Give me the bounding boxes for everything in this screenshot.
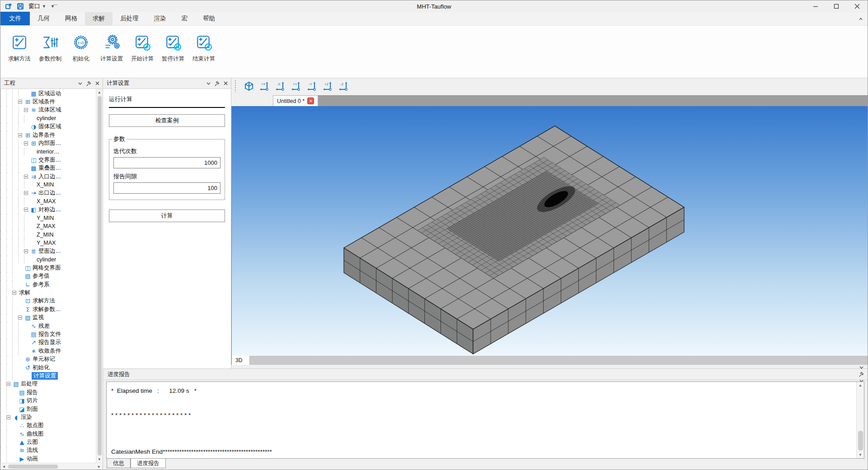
tree-item-render[interactable]: ◖渲染 (0, 413, 96, 421)
log-vertical-scrollbar[interactable]: ▲ ▼ (856, 382, 864, 458)
tree-item-求解[interactable]: 求解 (0, 289, 96, 297)
tree-item-interface-face[interactable]: ◫交界面… (0, 156, 96, 164)
tree-item-boundary-condition[interactable]: ⊞边界条件 (0, 131, 96, 139)
tree-item-region-motion[interactable]: ▦区域运动 (0, 89, 96, 98)
collapse-expander-icon[interactable] (24, 108, 28, 112)
tree-item-curve-plot[interactable]: ∿曲线图 (0, 430, 96, 438)
window-menu[interactable]: 窗口 ▼ (28, 2, 46, 10)
tree-item-monitor[interactable]: ▨监视 (0, 314, 96, 322)
collapse-expander-icon[interactable] (6, 415, 10, 419)
tree-item-region-condition[interactable]: ⊞区域条件 (0, 98, 96, 106)
tree-item-section[interactable]: ◪剖面 (0, 405, 96, 413)
tree-item-solid-region[interactable]: ◑固体区域 (0, 123, 96, 131)
document-tab[interactable]: Untitled 0 * ✕ (273, 95, 318, 106)
scroll-up-icon[interactable]: ▲ (96, 89, 103, 96)
tree-item-solve-method[interactable]: ⊡求解方法 (0, 297, 96, 305)
tab-geometry[interactable]: 几何 (30, 12, 57, 25)
parameter-control-button[interactable]: 参数控制 (36, 31, 65, 63)
tree-item-contour-plot[interactable]: ▲云图 (0, 438, 96, 446)
tree-item-reference-value[interactable]: ▤参考值 (0, 272, 96, 280)
save-icon[interactable] (17, 3, 24, 10)
tree-item-reference-frame[interactable]: ∟参考系 (0, 280, 96, 289)
tree-vertical-scrollbar[interactable]: ▲ ▼ (96, 89, 103, 463)
panel-dropdown-icon[interactable] (76, 80, 84, 87)
tree-item-overlap-face[interactable]: ▩重叠面… (0, 164, 96, 172)
collapse-expander-icon[interactable] (24, 249, 28, 253)
scrollbar-thumb[interactable] (8, 465, 58, 469)
collapse-expander-icon[interactable] (6, 382, 10, 386)
panel-close-icon[interactable] (94, 80, 101, 87)
tree-item-cylinder[interactable]: cylinder (0, 114, 96, 122)
scroll-right-icon[interactable]: ► (96, 463, 103, 470)
tab-render[interactable]: 渲染 (146, 12, 174, 25)
stop-calculation-button[interactable]: 结束计算 (189, 31, 218, 63)
tab-file[interactable]: 文件 (0, 12, 30, 25)
panel-pin-icon[interactable] (85, 80, 92, 87)
tree-item-fluid-region[interactable]: ≋流体区域 (0, 106, 96, 114)
panel-pin-icon[interactable] (858, 371, 865, 378)
customize-toolbar-icon[interactable]: ▼͞ (51, 4, 54, 9)
tree-item-calculation-settings[interactable]: ⚙计算设置 (0, 372, 96, 380)
tab-mesh[interactable]: 网格 (57, 12, 85, 25)
start-calculation-button[interactable]: 开始计算 (128, 31, 157, 63)
tree-item-animation[interactable]: ▶动画 (0, 455, 96, 463)
view-minus-x-icon[interactable]: -X (275, 80, 286, 92)
collapse-expander-icon[interactable] (18, 100, 22, 104)
tree-item-mesh-interface[interactable]: ◫网格交界面 (0, 264, 96, 272)
check-case-button[interactable]: 检查案例 (109, 114, 225, 127)
tree-item-Y_MIN[interactable]: Y_MIN (0, 214, 96, 222)
panel-dropdown-icon[interactable] (205, 80, 212, 87)
collapse-expander-icon[interactable] (12, 291, 16, 295)
calculate-button[interactable]: 计算 (109, 209, 225, 222)
viewport-status-track[interactable] (250, 356, 868, 365)
tree-item-cylinder[interactable]: cylinder (0, 256, 96, 264)
collapse-expander-icon[interactable] (24, 191, 28, 195)
view-minus-y-icon[interactable]: -Y (306, 80, 318, 92)
tree-item-X_MAX[interactable]: X_MAX (0, 197, 96, 205)
collapse-expander-icon[interactable] (24, 208, 28, 212)
tree-item-report-display[interactable]: ↗报告显示 (0, 339, 96, 347)
ribbon-collapse-icon[interactable] (857, 15, 865, 23)
tab-help[interactable]: 帮助 (195, 12, 223, 25)
collapse-expander-icon[interactable] (24, 141, 28, 145)
collapse-expander-icon[interactable] (18, 316, 22, 320)
tree-item-report-file[interactable]: ▤报告文件 (0, 330, 96, 338)
view-minus-z-icon[interactable]: -Z (338, 80, 350, 92)
scroll-down-icon[interactable]: ▼ (857, 451, 864, 458)
scroll-down-icon[interactable]: ▼ (96, 456, 103, 463)
tree-item-report[interactable]: ▤报告 (0, 388, 96, 396)
tree-item-wall-boundary[interactable]: ≣壁面边… (0, 247, 96, 255)
tree-item-post-process[interactable]: ▧后处理 (0, 380, 96, 388)
tree-item-interior…[interactable]: interior… (0, 148, 96, 156)
iterations-input[interactable] (113, 157, 221, 168)
tree-item-cell-mark[interactable]: ⊛单元标记 (0, 355, 96, 363)
scrollbar-thumb[interactable] (858, 431, 863, 451)
tab-progress-report[interactable]: 进度报告 (131, 459, 166, 468)
scroll-left-icon[interactable]: ◄ (0, 463, 7, 470)
tree-item-internal-face[interactable]: ⊞内部面… (0, 139, 96, 147)
panel-close-icon[interactable] (222, 80, 229, 87)
toolbar-drag-handle[interactable] (234, 80, 236, 92)
tree-horizontal-scrollbar[interactable]: ◄ ► (0, 463, 103, 470)
tree-item-Z_MIN[interactable]: Z_MIN (0, 231, 96, 239)
initialize-button[interactable]: t=0 初始化 (66, 31, 95, 63)
tree-item-residual[interactable]: ∿残差 (0, 322, 96, 330)
panel-dropdown-icon[interactable] (858, 363, 865, 371)
tab-postprocess[interactable]: 后处理 (113, 12, 146, 25)
tab-info[interactable]: 信息 (107, 459, 131, 468)
collapse-expander-icon[interactable] (24, 175, 28, 179)
tree-item-initialize[interactable]: ↺初始化 (0, 363, 96, 372)
scrollbar-thumb[interactable] (98, 96, 102, 456)
minimize-button[interactable] (805, 0, 826, 12)
tree-item-convergence[interactable]: ∗收敛条件 (0, 347, 96, 355)
close-button[interactable] (847, 0, 868, 12)
pause-calculation-button[interactable]: 暂停计算 (159, 31, 188, 63)
tree-item-scatter-plot[interactable]: ∴散点图 (0, 422, 96, 430)
tree-item-solve-parameters[interactable]: Σ求解参数… (0, 305, 96, 313)
view-plus-z-icon[interactable]: +Z (322, 80, 334, 92)
scroll-up-icon[interactable]: ▲ (857, 382, 864, 389)
view-plus-y-icon[interactable]: +Y (291, 80, 302, 92)
tab-macro[interactable]: 宏 (174, 12, 196, 25)
report-interval-input[interactable] (113, 182, 221, 194)
tab-close-icon[interactable]: ✕ (307, 98, 314, 104)
